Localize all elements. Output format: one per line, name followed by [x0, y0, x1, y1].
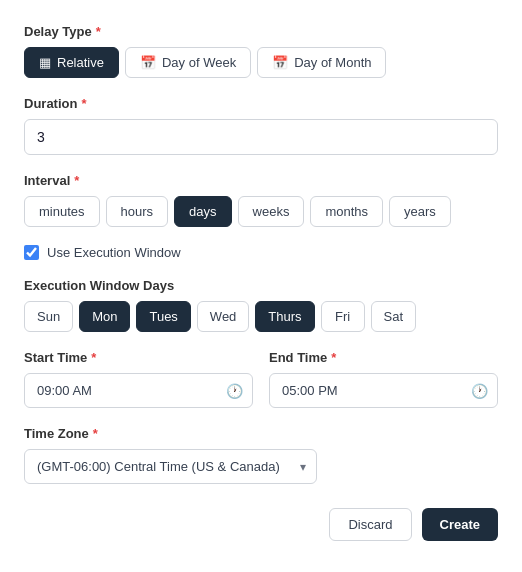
- months-label: months: [325, 204, 368, 219]
- start-time-text: Start Time: [24, 350, 87, 365]
- interval-section: Interval * minutes hours days weeks mont…: [24, 173, 498, 227]
- use-execution-window-row: Use Execution Window: [24, 245, 498, 260]
- use-execution-window-label: Use Execution Window: [47, 245, 181, 260]
- interval-hours-btn[interactable]: hours: [106, 196, 169, 227]
- delay-type-day-of-month-btn[interactable]: 📅 Day of Month: [257, 47, 386, 78]
- mon-label: Mon: [92, 309, 117, 324]
- time-zone-text: Time Zone: [24, 426, 89, 441]
- duration-section: Duration *: [24, 96, 498, 155]
- wed-label: Wed: [210, 309, 237, 324]
- interval-weeks-btn[interactable]: weeks: [238, 196, 305, 227]
- end-time-label: End Time *: [269, 350, 498, 365]
- day-wed-btn[interactable]: Wed: [197, 301, 250, 332]
- hours-label: hours: [121, 204, 154, 219]
- day-thurs-btn[interactable]: Thurs: [255, 301, 314, 332]
- sun-label: Sun: [37, 309, 60, 324]
- relative-label: Relative: [57, 55, 104, 70]
- time-zone-section: Time Zone * (GMT-06:00) Central Time (US…: [24, 426, 498, 484]
- delay-type-section: Delay Type * ▦ Relative 📅 Day of Week 📅 …: [24, 24, 498, 78]
- end-time-required: *: [331, 350, 336, 365]
- time-row: Start Time * 🕐 End Time * 🕐: [24, 350, 498, 408]
- fri-label: Fri: [335, 309, 350, 324]
- create-button[interactable]: Create: [422, 508, 498, 541]
- day-of-week-label: Day of Week: [162, 55, 236, 70]
- interval-months-btn[interactable]: months: [310, 196, 383, 227]
- delay-type-relative-btn[interactable]: ▦ Relative: [24, 47, 119, 78]
- discard-button[interactable]: Discard: [329, 508, 411, 541]
- start-time-field: Start Time * 🕐: [24, 350, 253, 408]
- execution-window-days-text: Execution Window Days: [24, 278, 174, 293]
- interval-required: *: [74, 173, 79, 188]
- thurs-label: Thurs: [268, 309, 301, 324]
- start-time-label: Start Time *: [24, 350, 253, 365]
- interval-minutes-btn[interactable]: minutes: [24, 196, 100, 227]
- days-group: Sun Mon Tues Wed Thurs Fri Sat: [24, 301, 498, 332]
- day-of-month-label: Day of Month: [294, 55, 371, 70]
- start-time-input[interactable]: [24, 373, 253, 408]
- end-time-input-wrap: 🕐: [269, 373, 498, 408]
- day-of-month-icon: 📅: [272, 55, 288, 70]
- sat-label: Sat: [384, 309, 404, 324]
- create-label: Create: [440, 517, 480, 532]
- time-zone-chevron-icon: ▾: [300, 460, 306, 474]
- day-sun-btn[interactable]: Sun: [24, 301, 73, 332]
- day-sat-btn[interactable]: Sat: [371, 301, 417, 332]
- delay-type-text: Delay Type: [24, 24, 92, 39]
- end-time-text: End Time: [269, 350, 327, 365]
- interval-days-btn[interactable]: days: [174, 196, 231, 227]
- duration-text: Duration: [24, 96, 77, 111]
- delay-type-required: *: [96, 24, 101, 39]
- delay-type-options: ▦ Relative 📅 Day of Week 📅 Day of Month: [24, 47, 498, 78]
- interval-years-btn[interactable]: years: [389, 196, 451, 227]
- interval-label: Interval *: [24, 173, 498, 188]
- duration-input[interactable]: [24, 119, 498, 155]
- duration-required: *: [81, 96, 86, 111]
- interval-options: minutes hours days weeks months years: [24, 196, 498, 227]
- execution-window-days-section: Execution Window Days Sun Mon Tues Wed T…: [24, 278, 498, 332]
- minutes-label: minutes: [39, 204, 85, 219]
- time-zone-value: (GMT-06:00) Central Time (US & Canada): [37, 459, 280, 474]
- use-execution-window-checkbox[interactable]: [24, 245, 39, 260]
- discard-label: Discard: [348, 517, 392, 532]
- day-fri-btn[interactable]: Fri: [321, 301, 365, 332]
- tues-label: Tues: [149, 309, 177, 324]
- start-time-input-wrap: 🕐: [24, 373, 253, 408]
- delay-type-day-of-week-btn[interactable]: 📅 Day of Week: [125, 47, 251, 78]
- time-zone-required: *: [93, 426, 98, 441]
- day-mon-btn[interactable]: Mon: [79, 301, 130, 332]
- day-of-week-icon: 📅: [140, 55, 156, 70]
- relative-icon: ▦: [39, 55, 51, 70]
- footer: Discard Create: [24, 508, 498, 541]
- interval-text: Interval: [24, 173, 70, 188]
- end-time-field: End Time * 🕐: [269, 350, 498, 408]
- time-zone-label: Time Zone *: [24, 426, 498, 441]
- weeks-label: weeks: [253, 204, 290, 219]
- time-zone-select[interactable]: (GMT-06:00) Central Time (US & Canada) ▾: [24, 449, 317, 484]
- years-label: years: [404, 204, 436, 219]
- days-label: days: [189, 204, 216, 219]
- duration-label: Duration *: [24, 96, 498, 111]
- start-time-required: *: [91, 350, 96, 365]
- delay-type-label: Delay Type *: [24, 24, 498, 39]
- day-tues-btn[interactable]: Tues: [136, 301, 190, 332]
- execution-window-days-label: Execution Window Days: [24, 278, 498, 293]
- end-time-input[interactable]: [269, 373, 498, 408]
